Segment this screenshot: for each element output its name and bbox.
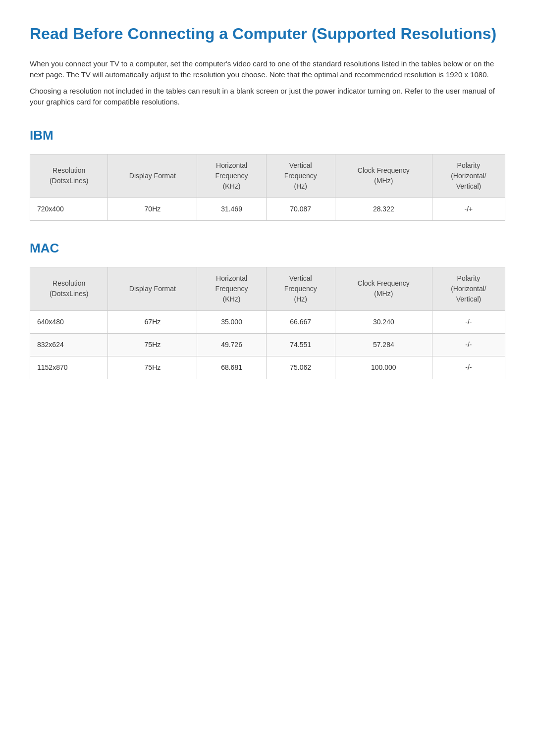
mac-col-h-freq: HorizontalFrequency(KHz): [197, 267, 266, 310]
cell-h-freq: 35.000: [197, 310, 266, 333]
ibm-col-display-format: Display Format: [108, 154, 197, 198]
table-row: 832x624 75Hz 49.726 74.551 57.284 -/-: [30, 333, 505, 356]
mac-table-header-row: Resolution(DotsxLines) Display Format Ho…: [30, 267, 505, 310]
ibm-section-title: IBM: [30, 126, 505, 145]
mac-col-v-freq: VerticalFrequency(Hz): [266, 267, 335, 310]
mac-col-display-format: Display Format: [108, 267, 197, 310]
intro-paragraph-1: When you connect your TV to a computer, …: [30, 58, 505, 81]
cell-display-format: 75Hz: [108, 356, 197, 379]
cell-clock-freq: 100.000: [335, 356, 432, 379]
page-title: Read Before Connecting a Computer (Suppo…: [30, 24, 505, 45]
cell-resolution: 640x480: [30, 310, 108, 333]
table-row: 720x400 70Hz 31.469 70.087 28.322 -/+: [30, 198, 505, 220]
cell-v-freq: 70.087: [266, 198, 335, 220]
cell-v-freq: 75.062: [266, 356, 335, 379]
ibm-col-resolution: Resolution(DotsxLines): [30, 154, 108, 198]
cell-polarity: -/-: [432, 356, 505, 379]
mac-col-clock-freq: Clock Frequency(MHz): [335, 267, 432, 310]
cell-h-freq: 68.681: [197, 356, 266, 379]
mac-col-resolution: Resolution(DotsxLines): [30, 267, 108, 310]
cell-resolution: 1152x870: [30, 356, 108, 379]
cell-clock-freq: 28.322: [335, 198, 432, 220]
ibm-col-clock-freq: Clock Frequency(MHz): [335, 154, 432, 198]
cell-h-freq: 49.726: [197, 333, 266, 356]
cell-clock-freq: 30.240: [335, 310, 432, 333]
cell-display-format: 70Hz: [108, 198, 197, 220]
mac-section-title: MAC: [30, 239, 505, 258]
cell-display-format: 67Hz: [108, 310, 197, 333]
cell-h-freq: 31.469: [197, 198, 266, 220]
intro-paragraph-2: Choosing a resolution not included in th…: [30, 86, 505, 108]
ibm-table-header-row: Resolution(DotsxLines) Display Format Ho…: [30, 154, 505, 198]
ibm-col-v-freq: VerticalFrequency(Hz): [266, 154, 335, 198]
cell-v-freq: 66.667: [266, 310, 335, 333]
mac-col-polarity: Polarity(Horizontal/Vertical): [432, 267, 505, 310]
ibm-table: Resolution(DotsxLines) Display Format Ho…: [30, 154, 505, 221]
cell-display-format: 75Hz: [108, 333, 197, 356]
cell-clock-freq: 57.284: [335, 333, 432, 356]
table-row: 640x480 67Hz 35.000 66.667 30.240 -/-: [30, 310, 505, 333]
mac-table: Resolution(DotsxLines) Display Format Ho…: [30, 267, 505, 379]
cell-polarity: -/-: [432, 333, 505, 356]
cell-v-freq: 74.551: [266, 333, 335, 356]
table-row: 1152x870 75Hz 68.681 75.062 100.000 -/-: [30, 356, 505, 379]
cell-polarity: -/-: [432, 310, 505, 333]
ibm-col-polarity: Polarity(Horizontal/Vertical): [432, 154, 505, 198]
cell-resolution: 832x624: [30, 333, 108, 356]
cell-polarity: -/+: [432, 198, 505, 220]
cell-resolution: 720x400: [30, 198, 108, 220]
ibm-col-h-freq: HorizontalFrequency(KHz): [197, 154, 266, 198]
